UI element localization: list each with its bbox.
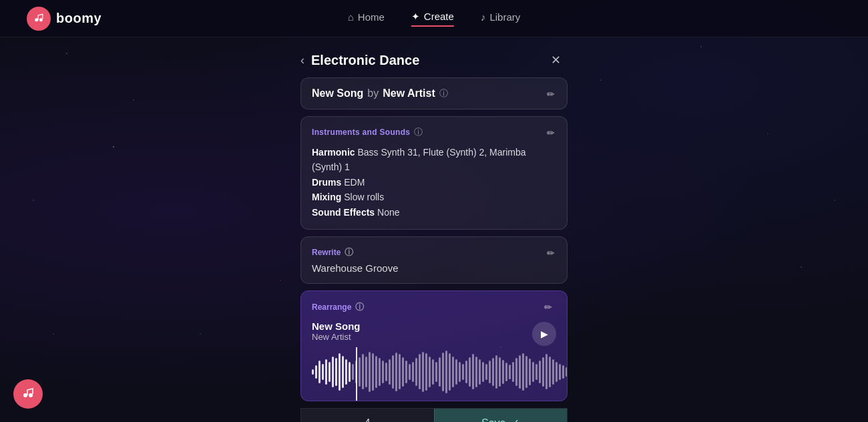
waveform-bar (519, 355, 521, 389)
nav-library[interactable]: ♪ Library (481, 11, 520, 25)
by-text: by (367, 87, 379, 99)
waveform-bar (475, 357, 477, 387)
drums-row: Drums EDM (312, 175, 556, 190)
waveform-bar (382, 361, 384, 383)
info-icon[interactable]: ⓘ (439, 87, 448, 99)
close-button[interactable]: ✕ (546, 51, 565, 69)
create-icon: ✦ (411, 11, 420, 23)
panel-header: ‹ Electronic Dance ✕ (300, 51, 568, 77)
waveform-artist: New Artist (312, 332, 556, 342)
waveform-bar (469, 357, 471, 387)
rearrange-label: Rearrange ⓘ (312, 301, 364, 313)
waveform-bar (449, 353, 451, 390)
waveform-bar (432, 359, 434, 385)
version-number[interactable]: 4 (301, 409, 434, 422)
svg-point-1 (39, 18, 43, 21)
drums-label: Drums (312, 177, 341, 188)
waveform-bar (389, 359, 391, 385)
waveform-bar (379, 358, 381, 386)
waveform-bar (422, 352, 424, 393)
waveform-bar (312, 369, 314, 375)
waveform-bar (399, 354, 401, 389)
instruments-info-icon[interactable]: ⓘ (414, 126, 423, 138)
rearrange-edit-button[interactable]: ✏ (540, 299, 556, 315)
panel: ‹ Electronic Dance ✕ New Song by New Art… (300, 51, 568, 422)
logo-icon (27, 7, 51, 31)
rearrange-info-icon[interactable]: ⓘ (355, 301, 364, 313)
rewrite-edit-button[interactable]: ✏ (543, 245, 559, 261)
waveform-bar (392, 355, 394, 389)
waveform-bar (515, 358, 517, 386)
waveform-bar (445, 351, 447, 393)
panel-header-left: ‹ Electronic Dance (300, 53, 419, 68)
navbar: boomy ⌂ Home ✦ Create ♪ Library (0, 0, 868, 37)
waveform-bar (385, 363, 387, 381)
waveform-section: New Song New Artist ▶ (301, 321, 567, 401)
sound-effects-row: Sound Effects None (312, 205, 556, 220)
waveform-bar (552, 359, 554, 385)
waveform-bar (425, 353, 427, 390)
rearrange-card: Rearrange ⓘ ✏ New Song New Artist ▶ (300, 290, 568, 401)
harmonic-row: Harmonic Bass Synth 31, Flute (Synth) 2,… (312, 145, 556, 175)
bottom-bar: 4 Save ✓ (300, 408, 568, 422)
waveform-bar (525, 356, 527, 389)
instruments-edit-button[interactable]: ✏ (543, 125, 559, 141)
waveform-bar (559, 364, 561, 380)
waveform-bar (325, 359, 327, 385)
waveform-bar (462, 364, 464, 380)
waveform-bar (395, 353, 397, 391)
waveform-bar (352, 364, 354, 380)
nav-links: ⌂ Home ✦ Create ♪ Library (348, 11, 520, 27)
check-icon: ✓ (511, 417, 519, 422)
nav-create[interactable]: ✦ Create (411, 11, 454, 27)
waveform-bar (495, 355, 497, 389)
back-button[interactable]: ‹ (300, 53, 304, 67)
waveform-bar (512, 362, 514, 383)
waveform-bar (492, 358, 494, 386)
waveform-bar (502, 360, 504, 383)
waveform-bar (429, 357, 431, 387)
instruments-card: Instruments and Sounds ⓘ Harmonic Bass S… (300, 116, 568, 230)
waveform-bar (439, 357, 441, 387)
play-button[interactable]: ▶ (532, 322, 556, 346)
waveform-bar (402, 357, 404, 387)
waveform-bar (509, 365, 511, 379)
waveform-bar (442, 353, 444, 391)
waveform-bar (549, 357, 551, 387)
waveform-bar (318, 361, 320, 383)
waveform-bar (435, 362, 437, 383)
rewrite-label: Rewrite ⓘ (312, 246, 556, 258)
rewrite-value: Warehouse Groove (312, 262, 556, 274)
waveform-bar (562, 365, 564, 379)
waveform-bar (535, 364, 537, 380)
sound-effects-label: Sound Effects (312, 207, 375, 218)
svg-point-0 (35, 18, 38, 21)
waveform-bar (405, 361, 407, 383)
waveform-bar (542, 357, 544, 387)
waveform-bar (415, 358, 417, 386)
harmonic-label: Harmonic (312, 147, 355, 158)
instruments-title: Instruments and Sounds (312, 128, 410, 137)
waveform-bar (532, 362, 534, 383)
rearrange-header: Rearrange ⓘ ✏ (301, 291, 567, 321)
logo-text: boomy (56, 11, 101, 26)
song-title-card: New Song by New Artist ⓘ ✏ (300, 77, 568, 110)
waveform-bar (479, 359, 481, 385)
waveform-bar (522, 353, 524, 390)
waveform-bar (365, 357, 367, 387)
waveform-bar (372, 353, 374, 390)
home-icon: ⌂ (348, 11, 354, 23)
rewrite-info-icon[interactable]: ⓘ (345, 246, 353, 258)
artist-name: New Artist (383, 87, 435, 99)
waveform-bar (329, 362, 331, 383)
logo[interactable]: boomy (27, 7, 101, 31)
waveform-bar (472, 354, 474, 389)
waveform-bar (335, 358, 337, 386)
song-edit-button[interactable]: ✏ (543, 86, 559, 102)
save-button[interactable]: Save ✓ (434, 409, 568, 422)
nav-home[interactable]: ⌂ Home (348, 11, 385, 25)
instruments-header: Instruments and Sounds ⓘ (312, 126, 556, 138)
waveform-bar (315, 365, 317, 379)
waveform-bar (359, 357, 361, 387)
waveform-bar (322, 364, 324, 380)
